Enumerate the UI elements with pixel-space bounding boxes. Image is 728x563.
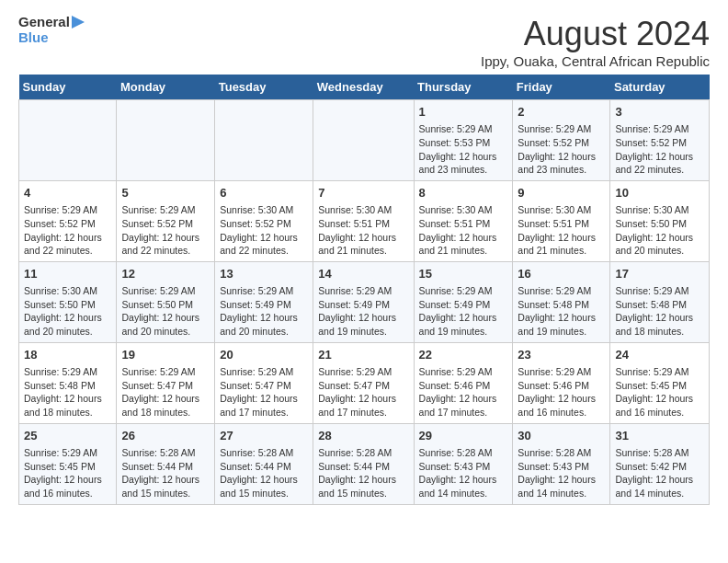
day-number: 27: [220, 428, 308, 444]
location-subtitle: Ippy, Ouaka, Central African Republic: [481, 53, 710, 69]
day-number: 1: [419, 104, 508, 121]
calendar-cell: 28Sunrise: 5:28 AM Sunset: 5:44 PM Dayli…: [313, 423, 414, 504]
day-info: Sunrise: 5:29 AM Sunset: 5:50 PM Dayligh…: [121, 284, 210, 339]
day-number: 31: [615, 428, 704, 444]
day-info: Sunrise: 5:28 AM Sunset: 5:42 PM Dayligh…: [615, 446, 704, 500]
calendar-cell: 14Sunrise: 5:29 AM Sunset: 5:49 PM Dayli…: [313, 261, 414, 342]
day-info: Sunrise: 5:30 AM Sunset: 5:50 PM Dayligh…: [615, 203, 704, 258]
day-number: 4: [24, 185, 111, 201]
header-sunday: Sunday: [19, 75, 117, 100]
calendar-cell: 31Sunrise: 5:28 AM Sunset: 5:42 PM Dayli…: [610, 423, 710, 504]
day-number: 19: [121, 347, 210, 363]
page-header: General Blue August 2024 Ippy, Ouaka, Ce…: [18, 15, 710, 69]
day-number: 9: [518, 185, 605, 201]
day-number: 2: [518, 104, 605, 121]
calendar-cell: 18Sunrise: 5:29 AM Sunset: 5:48 PM Dayli…: [19, 342, 117, 423]
day-info: Sunrise: 5:28 AM Sunset: 5:44 PM Dayligh…: [121, 446, 210, 500]
day-info: Sunrise: 5:28 AM Sunset: 5:44 PM Dayligh…: [220, 446, 308, 500]
calendar-cell: 13Sunrise: 5:29 AM Sunset: 5:49 PM Dayli…: [215, 261, 313, 342]
day-number: 10: [615, 185, 704, 201]
week-row-3: 11Sunrise: 5:30 AM Sunset: 5:50 PM Dayli…: [19, 261, 710, 342]
calendar-cell: 22Sunrise: 5:29 AM Sunset: 5:46 PM Dayli…: [414, 342, 513, 423]
logo: General Blue: [18, 15, 88, 45]
calendar-cell: 7Sunrise: 5:30 AM Sunset: 5:51 PM Daylig…: [313, 180, 414, 261]
week-row-1: 1Sunrise: 5:29 AM Sunset: 5:53 PM Daylig…: [19, 100, 710, 181]
day-number: 15: [419, 266, 508, 282]
day-info: Sunrise: 5:29 AM Sunset: 5:53 PM Dayligh…: [419, 122, 508, 177]
calendar-cell: 5Sunrise: 5:29 AM Sunset: 5:52 PM Daylig…: [117, 180, 215, 261]
calendar-cell: 23Sunrise: 5:29 AM Sunset: 5:46 PM Dayli…: [513, 342, 610, 423]
calendar-cell: 16Sunrise: 5:29 AM Sunset: 5:48 PM Dayli…: [513, 261, 610, 342]
day-number: 29: [419, 428, 508, 444]
day-number: 17: [615, 266, 704, 282]
day-info: Sunrise: 5:29 AM Sunset: 5:45 PM Dayligh…: [615, 365, 704, 419]
day-info: Sunrise: 5:30 AM Sunset: 5:50 PM Dayligh…: [24, 284, 111, 339]
calendar-cell: 12Sunrise: 5:29 AM Sunset: 5:50 PM Dayli…: [117, 261, 215, 342]
header-monday: Monday: [117, 75, 215, 100]
day-info: Sunrise: 5:29 AM Sunset: 5:45 PM Dayligh…: [24, 446, 111, 500]
calendar-cell: 1Sunrise: 5:29 AM Sunset: 5:53 PM Daylig…: [414, 100, 513, 181]
calendar-cell: 3Sunrise: 5:29 AM Sunset: 5:52 PM Daylig…: [610, 100, 710, 181]
day-number: 20: [220, 347, 308, 363]
day-info: Sunrise: 5:29 AM Sunset: 5:52 PM Dayligh…: [615, 122, 704, 177]
day-info: Sunrise: 5:28 AM Sunset: 5:44 PM Dayligh…: [318, 446, 408, 500]
calendar-cell: 20Sunrise: 5:29 AM Sunset: 5:47 PM Dayli…: [215, 342, 313, 423]
day-info: Sunrise: 5:29 AM Sunset: 5:47 PM Dayligh…: [318, 365, 408, 419]
calendar-cell: 10Sunrise: 5:30 AM Sunset: 5:50 PM Dayli…: [610, 180, 710, 261]
calendar-cell: 26Sunrise: 5:28 AM Sunset: 5:44 PM Dayli…: [117, 423, 215, 504]
day-number: 12: [121, 266, 210, 282]
day-info: Sunrise: 5:30 AM Sunset: 5:51 PM Dayligh…: [419, 203, 508, 258]
calendar-cell: 4Sunrise: 5:29 AM Sunset: 5:52 PM Daylig…: [19, 180, 117, 261]
day-number: 21: [318, 347, 408, 363]
calendar-cell: 8Sunrise: 5:30 AM Sunset: 5:51 PM Daylig…: [414, 180, 513, 261]
calendar-cell: [19, 100, 117, 181]
header-friday: Friday: [513, 75, 610, 100]
header-thursday: Thursday: [414, 75, 513, 100]
calendar-cell: 11Sunrise: 5:30 AM Sunset: 5:50 PM Dayli…: [19, 261, 117, 342]
day-info: Sunrise: 5:29 AM Sunset: 5:52 PM Dayligh…: [121, 203, 210, 258]
calendar-cell: 27Sunrise: 5:28 AM Sunset: 5:44 PM Dayli…: [215, 423, 313, 504]
day-number: 14: [318, 266, 408, 282]
week-row-4: 18Sunrise: 5:29 AM Sunset: 5:48 PM Dayli…: [19, 342, 710, 423]
header-saturday: Saturday: [610, 75, 710, 100]
logo-text: General Blue: [18, 15, 88, 45]
calendar-cell: [117, 100, 215, 181]
day-info: Sunrise: 5:29 AM Sunset: 5:49 PM Dayligh…: [419, 284, 508, 339]
calendar-cell: 17Sunrise: 5:29 AM Sunset: 5:48 PM Dayli…: [610, 261, 710, 342]
calendar-cell: 2Sunrise: 5:29 AM Sunset: 5:52 PM Daylig…: [513, 100, 610, 181]
calendar-cell: 24Sunrise: 5:29 AM Sunset: 5:45 PM Dayli…: [610, 342, 710, 423]
day-number: 23: [518, 347, 605, 363]
day-info: Sunrise: 5:29 AM Sunset: 5:48 PM Dayligh…: [615, 284, 704, 339]
calendar-cell: [313, 100, 414, 181]
calendar-cell: 30Sunrise: 5:28 AM Sunset: 5:43 PM Dayli…: [513, 423, 610, 504]
week-row-2: 4Sunrise: 5:29 AM Sunset: 5:52 PM Daylig…: [19, 180, 710, 261]
day-info: Sunrise: 5:29 AM Sunset: 5:46 PM Dayligh…: [518, 365, 605, 419]
day-info: Sunrise: 5:29 AM Sunset: 5:49 PM Dayligh…: [318, 284, 408, 339]
day-number: 7: [318, 185, 408, 201]
day-info: Sunrise: 5:29 AM Sunset: 5:52 PM Dayligh…: [24, 203, 111, 258]
day-number: 3: [615, 104, 704, 121]
day-info: Sunrise: 5:30 AM Sunset: 5:52 PM Dayligh…: [220, 203, 308, 258]
day-number: 30: [518, 428, 605, 444]
day-number: 24: [615, 347, 704, 363]
svg-marker-0: [72, 16, 85, 29]
day-info: Sunrise: 5:28 AM Sunset: 5:43 PM Dayligh…: [419, 446, 508, 500]
calendar-cell: 21Sunrise: 5:29 AM Sunset: 5:47 PM Dayli…: [313, 342, 414, 423]
day-number: 18: [24, 347, 111, 363]
title-area: August 2024 Ippy, Ouaka, Central African…: [481, 15, 710, 69]
day-info: Sunrise: 5:30 AM Sunset: 5:51 PM Dayligh…: [318, 203, 408, 258]
day-number: 22: [419, 347, 508, 363]
calendar-cell: 19Sunrise: 5:29 AM Sunset: 5:47 PM Dayli…: [117, 342, 215, 423]
day-info: Sunrise: 5:30 AM Sunset: 5:51 PM Dayligh…: [518, 203, 605, 258]
calendar-header-row: SundayMondayTuesdayWednesdayThursdayFrid…: [19, 75, 710, 100]
day-number: 6: [220, 185, 308, 201]
day-info: Sunrise: 5:29 AM Sunset: 5:47 PM Dayligh…: [121, 365, 210, 419]
day-info: Sunrise: 5:29 AM Sunset: 5:47 PM Dayligh…: [220, 365, 308, 419]
day-info: Sunrise: 5:28 AM Sunset: 5:43 PM Dayligh…: [518, 446, 605, 500]
day-info: Sunrise: 5:29 AM Sunset: 5:49 PM Dayligh…: [220, 284, 308, 339]
week-row-5: 25Sunrise: 5:29 AM Sunset: 5:45 PM Dayli…: [19, 423, 710, 504]
day-number: 16: [518, 266, 605, 282]
month-title: August 2024: [481, 15, 710, 53]
day-info: Sunrise: 5:29 AM Sunset: 5:46 PM Dayligh…: [419, 365, 508, 419]
day-number: 26: [121, 428, 210, 444]
